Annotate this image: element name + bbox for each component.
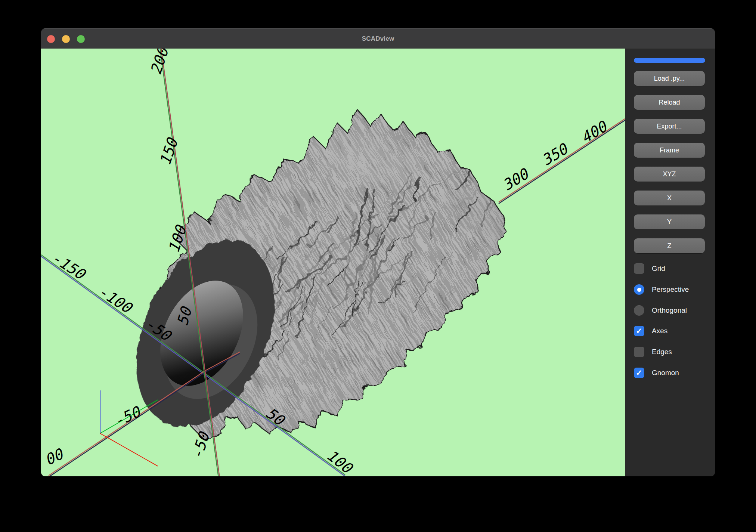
toggle-label: Gnomon bbox=[652, 369, 679, 377]
perspective-radio[interactable]: Perspective bbox=[634, 284, 689, 295]
toggle-label: Edges bbox=[652, 348, 672, 356]
orthogonal-radio[interactable]: Orthogonal bbox=[634, 305, 687, 316]
toggle-label: Axes bbox=[652, 327, 667, 335]
x-button[interactable]: X bbox=[634, 191, 705, 205]
toggle-label: Grid bbox=[652, 265, 665, 273]
gnomon-x-axis bbox=[100, 433, 158, 466]
radio-indicator[interactable] bbox=[634, 284, 644, 295]
toggle-label: Perspective bbox=[652, 285, 689, 294]
check-icon: ✓ bbox=[636, 327, 642, 335]
y-button[interactable]: Y bbox=[634, 214, 705, 229]
axis-tick-label: 400 bbox=[581, 116, 609, 148]
grid-checkbox[interactable]: Grid bbox=[634, 263, 665, 274]
gnomon-checkbox[interactable]: ✓Gnomon bbox=[634, 368, 679, 378]
load-py-button[interactable]: Load .py... bbox=[634, 71, 705, 86]
radio-indicator[interactable] bbox=[634, 305, 644, 316]
checkbox-indicator[interactable] bbox=[634, 263, 644, 274]
edges-checkbox[interactable]: Edges bbox=[634, 347, 672, 357]
axis-tick-label: -50 bbox=[114, 402, 142, 431]
export-button[interactable]: Export... bbox=[634, 119, 705, 134]
toggle-label: Orthogonal bbox=[652, 306, 687, 315]
axis-tick-label: 100 bbox=[323, 448, 358, 476]
radio-dot bbox=[637, 288, 641, 292]
checkbox-indicator[interactable]: ✓ bbox=[634, 368, 644, 378]
axis-tick-label: 350 bbox=[542, 139, 570, 170]
axes-checkbox[interactable]: ✓Axes bbox=[634, 326, 667, 336]
progress-bar bbox=[634, 58, 705, 63]
axis-tick-label: 200 bbox=[148, 49, 172, 78]
axis-tick-label: -100 bbox=[94, 284, 137, 316]
check-icon: ✓ bbox=[636, 369, 642, 377]
checkbox-indicator[interactable] bbox=[634, 347, 644, 357]
gnomon-y-axis bbox=[100, 400, 158, 433]
axis-tick-label: 00 bbox=[45, 444, 65, 469]
scene-canvas: 20015010050-50-150-100-5050100300350400-… bbox=[41, 49, 625, 476]
frame-button[interactable]: Frame bbox=[634, 143, 705, 158]
axis-tick-label: 150 bbox=[157, 133, 181, 168]
xyz-button[interactable]: XYZ bbox=[634, 167, 705, 182]
titlebar[interactable]: SCADview bbox=[41, 28, 715, 49]
app-window: SCADview bbox=[41, 28, 715, 476]
checkbox-indicator[interactable]: ✓ bbox=[634, 326, 644, 336]
axis-tick-label: -150 bbox=[47, 250, 91, 282]
viewport-3d[interactable]: 20015010050-50-150-100-5050100300350400-… bbox=[41, 49, 625, 476]
window-title: SCADview bbox=[41, 29, 715, 49]
reload-button[interactable]: Reload bbox=[634, 95, 705, 110]
z-button[interactable]: Z bbox=[634, 238, 705, 253]
control-sidebar: Load .py...ReloadExport...FrameXYZXYZ Gr… bbox=[625, 49, 715, 476]
